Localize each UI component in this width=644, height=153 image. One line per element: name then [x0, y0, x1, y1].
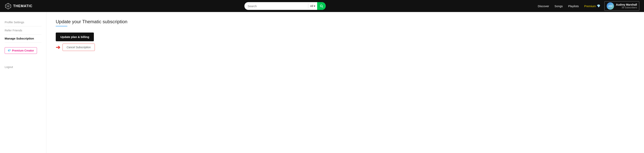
search-input[interactable] — [244, 5, 308, 8]
search-bar: All ▾ — [244, 2, 326, 10]
diamond-icon: 💎 — [597, 4, 600, 8]
search-area: All ▾ — [36, 2, 534, 10]
nav-songs[interactable]: Songs — [554, 5, 563, 8]
premium-label: Premium — [584, 5, 596, 8]
sidebar-item-profile-settings[interactable]: Profile Settings — [5, 18, 42, 26]
user-subscribers: 39 Subscribers — [616, 6, 637, 9]
cancel-subscription-button[interactable]: Cancel Subscription — [62, 44, 95, 51]
nav-links: Discover Songs Playlists Premium 💎 — [538, 4, 600, 8]
nav-discover[interactable]: Discover — [538, 5, 549, 8]
svg-line-5 — [322, 7, 323, 7]
badge-label: Premium Creator — [12, 49, 34, 52]
main-layout: Profile Settings Refer Friends Manage Su… — [0, 0, 644, 153]
user-name: Audrey Marshall — [616, 3, 637, 6]
avatar: AM — [607, 2, 614, 10]
nav-premium[interactable]: Premium 💎 — [584, 4, 600, 8]
nav-playlists[interactable]: Playlists — [568, 5, 579, 8]
logo-text: THEMATIC — [13, 4, 32, 8]
search-filter-label: All — [310, 5, 313, 8]
user-info: Audrey Marshall 39 Subscribers — [616, 3, 637, 9]
badge-diamond-icon: 💎 — [8, 49, 11, 52]
page-title: Update your Thematic subscription — [56, 19, 635, 24]
search-filter-button[interactable]: All ▾ — [308, 5, 317, 8]
right-arrow-icon: ➔ — [56, 44, 60, 51]
chevron-down-icon: ▾ — [314, 5, 315, 8]
title-underline — [56, 26, 67, 26]
search-submit-button[interactable] — [317, 2, 326, 10]
search-icon — [320, 4, 323, 8]
user-profile-button[interactable]: AM Audrey Marshall 39 Subscribers — [604, 1, 639, 11]
main-content: Update your Thematic subscription Update… — [46, 12, 644, 153]
update-plan-button[interactable]: Update plan & billing — [56, 33, 94, 41]
logo[interactable]: THEMATIC — [5, 3, 32, 10]
premium-creator-badge[interactable]: 💎 Premium Creator — [5, 47, 37, 54]
sidebar-item-manage-subscription[interactable]: Manage Subscription — [5, 35, 42, 43]
cancel-row: ➔ Cancel Subscription — [56, 44, 635, 51]
sidebar: Profile Settings Refer Friends Manage Su… — [0, 12, 46, 153]
logo-icon — [5, 3, 12, 10]
logout-link[interactable]: Logout — [5, 65, 42, 69]
top-header: THEMATIC All ▾ Discover Songs Playlists … — [0, 0, 644, 12]
sidebar-item-refer-friends[interactable]: Refer Friends — [5, 26, 42, 35]
